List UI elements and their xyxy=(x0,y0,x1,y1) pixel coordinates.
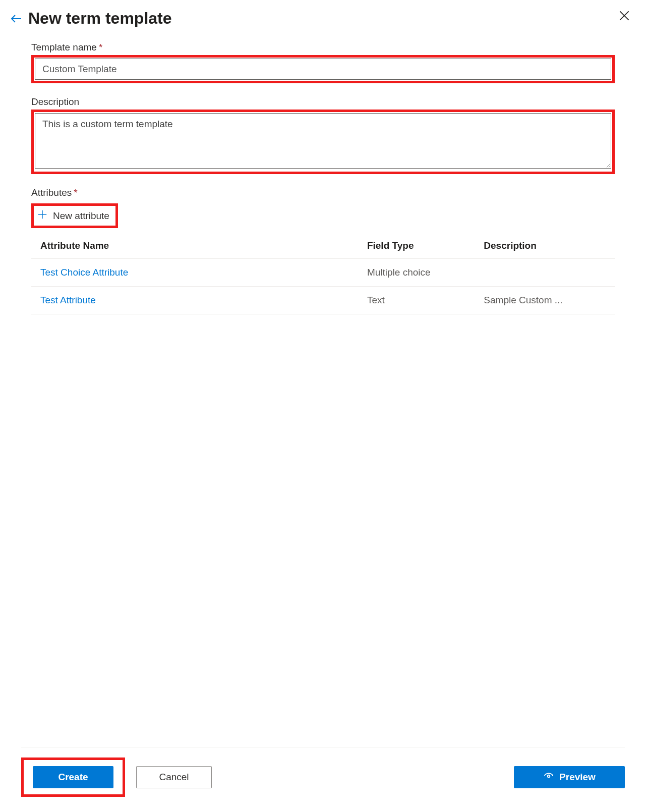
attribute-desc: Sample Custom ... xyxy=(475,287,615,314)
col-header-desc[interactable]: Description xyxy=(475,233,615,259)
table-row: Test Choice Attribute Multiple choice xyxy=(31,259,615,287)
col-header-name[interactable]: Attribute Name xyxy=(31,233,358,259)
svg-point-5 xyxy=(548,775,550,777)
template-name-label: Template name* xyxy=(31,42,615,53)
new-attribute-button[interactable]: New attribute xyxy=(37,209,109,223)
attributes-table: Attribute Name Field Type Description Te… xyxy=(31,233,615,314)
attribute-type: Multiple choice xyxy=(358,259,475,287)
attribute-desc xyxy=(475,259,615,287)
footer-bar: Create Cancel Preview xyxy=(21,747,625,797)
cancel-button[interactable]: Cancel xyxy=(136,766,212,788)
create-button[interactable]: Create xyxy=(33,766,113,788)
description-label: Description xyxy=(31,96,615,107)
description-highlight: This is a custom term template xyxy=(31,110,615,174)
back-arrow-icon[interactable] xyxy=(10,13,22,25)
template-name-input[interactable] xyxy=(35,59,611,80)
close-icon[interactable] xyxy=(618,9,631,24)
preview-label: Preview xyxy=(559,772,596,783)
panel-header: New term template xyxy=(10,9,635,28)
preview-icon xyxy=(543,771,554,784)
template-name-highlight xyxy=(31,55,615,83)
required-asterisk-icon: * xyxy=(99,42,102,52)
create-highlight: Create xyxy=(21,757,125,797)
attributes-label: Attributes* xyxy=(31,187,615,198)
plus-icon xyxy=(37,209,48,223)
description-input[interactable]: This is a custom term template xyxy=(35,113,611,169)
preview-button[interactable]: Preview xyxy=(514,766,625,788)
attribute-name-link[interactable]: Test Choice Attribute xyxy=(40,267,128,278)
table-row: Test Attribute Text Sample Custom ... xyxy=(31,287,615,314)
required-asterisk-icon: * xyxy=(74,187,77,198)
attribute-name-link[interactable]: Test Attribute xyxy=(40,295,96,305)
panel-title: New term template xyxy=(28,9,172,28)
col-header-type[interactable]: Field Type xyxy=(358,233,475,259)
new-attribute-highlight: New attribute xyxy=(31,203,118,228)
attribute-type: Text xyxy=(358,287,475,314)
new-attribute-label: New attribute xyxy=(53,210,109,222)
